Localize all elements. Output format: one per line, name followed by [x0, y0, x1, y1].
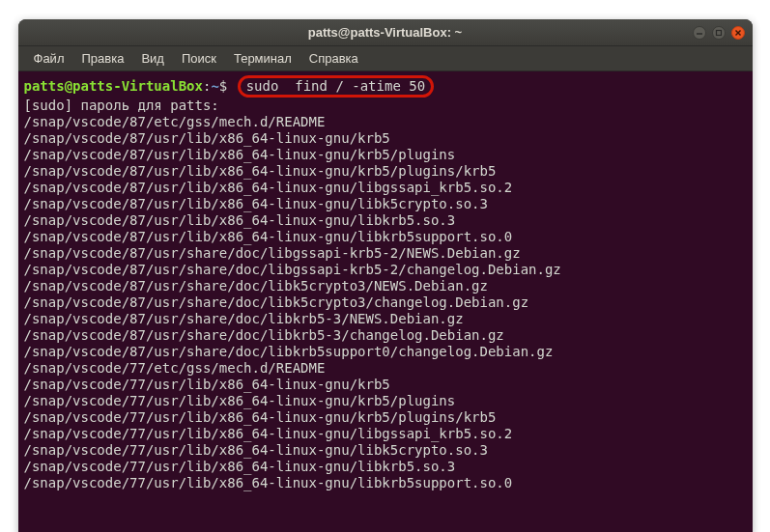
menubar: Файл Правка Вид Поиск Терминал Справка: [18, 46, 753, 71]
output-line: /snap/vscode/77/usr/lib/x86_64-linux-gnu…: [24, 409, 747, 426]
command-highlight: sudo find / -atime 50: [238, 75, 434, 98]
menu-help[interactable]: Справка: [301, 49, 366, 68]
menu-search[interactable]: Поиск: [174, 49, 224, 68]
output-line: /snap/vscode/87/usr/share/doc/libgssapi-…: [24, 262, 747, 278]
prompt-line: patts@patts-VirtualBox:~$ sudo find / -a…: [24, 75, 747, 98]
svg-rect-1: [716, 30, 721, 35]
minimize-button[interactable]: [693, 26, 706, 40]
terminal-window: patts@patts-VirtualBox: ~ Файл Правка Ви…: [18, 19, 753, 532]
output-line: [sudo] пароль для patts:: [24, 98, 747, 114]
window-controls: [693, 26, 745, 40]
maximize-icon: [715, 29, 723, 37]
output-line: /snap/vscode/87/usr/share/doc/libkrb5-3/…: [24, 327, 747, 344]
output-line: /snap/vscode/87/usr/share/doc/libk5crypt…: [24, 278, 747, 294]
output-container: [sudo] пароль для patts:/snap/vscode/87/…: [24, 98, 747, 491]
output-line: /snap/vscode/77/usr/lib/x86_64-linux-gnu…: [24, 377, 747, 393]
output-line: /snap/vscode/77/usr/lib/x86_64-linux-gnu…: [24, 442, 747, 459]
prompt-symbol: $: [219, 78, 227, 94]
close-icon: [734, 29, 742, 37]
menu-terminal[interactable]: Терминал: [226, 49, 299, 68]
output-line: /snap/vscode/87/usr/share/doc/libkrb5-3/…: [24, 311, 747, 327]
minimize-icon: [696, 29, 703, 37]
output-line: /snap/vscode/77/usr/lib/x86_64-linux-gnu…: [24, 426, 747, 442]
output-line: /snap/vscode/87/usr/lib/x86_64-linux-gnu…: [24, 180, 747, 196]
titlebar: patts@patts-VirtualBox: ~: [18, 19, 753, 46]
terminal-area[interactable]: patts@patts-VirtualBox:~$ sudo find / -a…: [18, 71, 753, 532]
prompt-path: ~: [211, 78, 218, 94]
prompt-user-host: patts@patts-VirtualBox: [24, 78, 203, 94]
command-text: sudo find / -atime 50: [246, 78, 425, 94]
output-line: /snap/vscode/87/usr/lib/x86_64-linux-gnu…: [24, 212, 747, 229]
output-line: /snap/vscode/77/etc/gss/mech.d/README: [24, 360, 747, 377]
output-line: /snap/vscode/87/usr/lib/x86_64-linux-gnu…: [24, 163, 747, 180]
maximize-button[interactable]: [712, 26, 726, 40]
output-line: /snap/vscode/87/usr/share/doc/libk5crypt…: [24, 294, 747, 311]
output-line: /snap/vscode/87/etc/gss/mech.d/README: [24, 114, 747, 130]
close-button[interactable]: [731, 26, 745, 40]
output-line: /snap/vscode/87/usr/lib/x86_64-linux-gnu…: [24, 196, 747, 212]
output-line: /snap/vscode/77/usr/lib/x86_64-linux-gnu…: [24, 459, 747, 475]
output-line: /snap/vscode/87/usr/share/doc/libgssapi-…: [24, 245, 747, 262]
menu-file[interactable]: Файл: [26, 49, 72, 68]
output-line: /snap/vscode/77/usr/lib/x86_64-linux-gnu…: [24, 475, 747, 491]
menu-edit[interactable]: Правка: [73, 49, 131, 68]
output-line: /snap/vscode/87/usr/share/doc/libkrb5sup…: [24, 344, 747, 360]
output-line: /snap/vscode/87/usr/lib/x86_64-linux-gnu…: [24, 147, 747, 163]
output-line: /snap/vscode/87/usr/lib/x86_64-linux-gnu…: [24, 130, 747, 147]
window-title: patts@patts-VirtualBox: ~: [308, 25, 462, 40]
output-line: /snap/vscode/87/usr/lib/x86_64-linux-gnu…: [24, 229, 747, 245]
output-line: /snap/vscode/77/usr/lib/x86_64-linux-gnu…: [24, 393, 747, 409]
menu-view[interactable]: Вид: [133, 49, 172, 68]
